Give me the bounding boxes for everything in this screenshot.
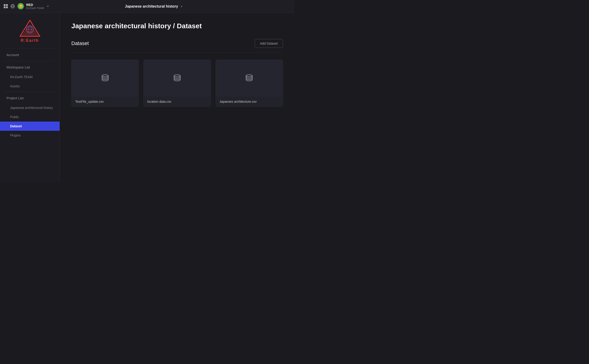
topbar-title: Japanese architectural history <box>125 4 178 8</box>
topbar-dropdown[interactable]: ▾ <box>181 5 182 8</box>
database-icon-3 <box>245 74 253 82</box>
brand-dropdown[interactable]: ▾ <box>47 5 48 8</box>
sidebar-item-plugins[interactable]: Plugins <box>0 131 60 140</box>
dataset-card-name-2: location data.csv <box>144 97 211 107</box>
logo-container: R:Earth <box>20 19 40 43</box>
logo-text: R:Earth <box>21 38 39 43</box>
sidebar-divider-1 <box>5 48 55 49</box>
dataset-card-name-3: Japanses architecture.csv <box>216 97 283 107</box>
sidebar-divider-2 <box>5 61 55 61</box>
dataset-grid: TestFile_update.csv location data.csv <box>71 59 283 107</box>
globe-icon[interactable] <box>10 4 15 9</box>
sidebar-item-japanese-arch[interactable]: Japanese architectural history <box>0 103 60 112</box>
brand-name: RED <box>26 3 44 7</box>
database-icon-1 <box>101 74 109 82</box>
section-header: Dataset Add Dataset <box>71 39 283 48</box>
content-area: Japanese architectural history / Dataset… <box>60 13 294 182</box>
svg-point-9 <box>174 75 180 77</box>
brand-info: RED Re:Earth TEAM <box>26 3 44 10</box>
sidebar-item-workspace-list[interactable]: Workspace List <box>0 62 60 72</box>
main-layout: R:Earth Account Workspace List Re:Earth … <box>0 13 294 182</box>
add-dataset-button[interactable]: Add Dataset <box>255 39 283 48</box>
section-title: Dataset <box>71 40 89 46</box>
sidebar-item-reearth-team[interactable]: Re:Earth TEAM <box>0 72 60 82</box>
sidebar-item-assets[interactable]: Assets <box>0 82 60 91</box>
database-icon-2 <box>173 74 181 82</box>
dataset-card-name-1: TestFile_update.csv <box>72 97 139 107</box>
dataset-card-preview-2 <box>144 60 211 97</box>
brand-sub: Re:Earth TEAM <box>26 7 44 10</box>
logo-svg <box>20 19 40 37</box>
dataset-card-preview-1 <box>72 60 139 97</box>
sidebar-item-dataset[interactable]: Dataset <box>0 122 60 131</box>
svg-point-8 <box>102 75 108 77</box>
dataset-card-preview-3 <box>216 60 283 97</box>
dataset-card-1[interactable]: TestFile_update.csv <box>71 59 139 107</box>
topbar: 😊 RED Re:Earth TEAM ▾ Japanese architect… <box>0 0 294 13</box>
dataset-card-3[interactable]: Japanses architecture.csv <box>216 59 283 107</box>
sidebar-item-account[interactable]: Account <box>0 50 60 60</box>
avatar[interactable]: 😊 <box>18 3 24 9</box>
topbar-left: 😊 RED Re:Earth TEAM ▾ <box>4 3 48 10</box>
page-title: Japanese architectural history / Dataset <box>71 22 283 30</box>
sidebar-divider-3 <box>5 92 55 92</box>
sidebar-logo: R:Earth <box>0 13 60 48</box>
sidebar: R:Earth Account Workspace List Re:Earth … <box>0 13 60 182</box>
topbar-center: Japanese architectural history ▾ <box>51 4 256 8</box>
svg-point-10 <box>246 75 252 77</box>
dataset-card-2[interactable]: location data.csv <box>143 59 211 107</box>
sidebar-item-project-list[interactable]: Project List <box>0 93 60 103</box>
grid-icon[interactable] <box>4 4 8 8</box>
sidebar-item-public[interactable]: Public <box>0 112 60 122</box>
section-divider <box>71 52 283 53</box>
